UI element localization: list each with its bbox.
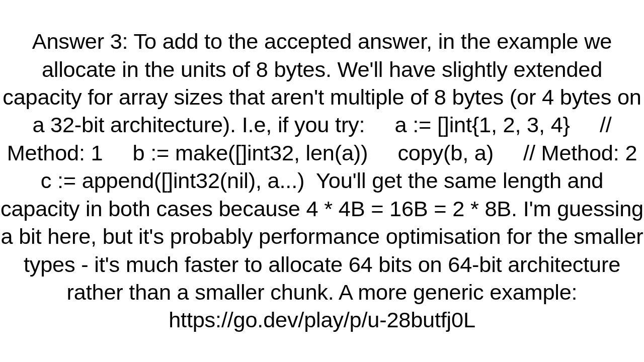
answer-text: Answer 3: To add to the accepted answer,… bbox=[0, 28, 644, 334]
content-container: Answer 3: To add to the accepted answer,… bbox=[0, 0, 644, 362]
